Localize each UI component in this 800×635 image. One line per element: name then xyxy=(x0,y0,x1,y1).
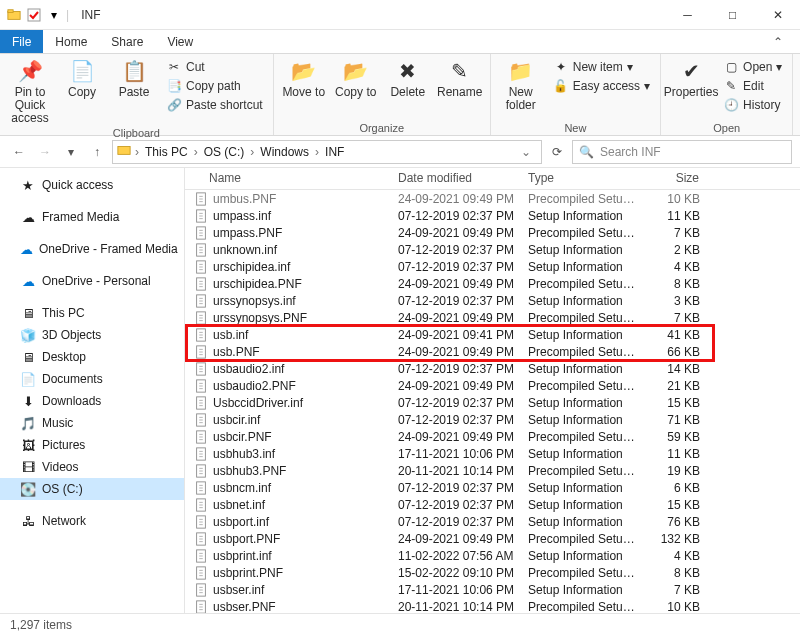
chevron-down-icon[interactable]: ▾ xyxy=(46,7,62,23)
column-size[interactable]: Size xyxy=(638,168,708,189)
edit-button[interactable]: ✎Edit xyxy=(719,77,786,95)
file-name: usbhub3.inf xyxy=(213,447,275,461)
nav-os-c[interactable]: 💽OS (C:) xyxy=(0,478,184,500)
breadcrumb[interactable]: Windows xyxy=(258,145,311,159)
file-row[interactable]: UsbccidDriver.inf07-12-2019 02:37 PMSetu… xyxy=(185,394,800,411)
file-row[interactable]: umbus.PNF24-09-2021 09:49 PMPrecompiled … xyxy=(185,190,800,207)
address-dropdown-button[interactable]: ⌄ xyxy=(515,145,537,159)
breadcrumb[interactable]: This PC xyxy=(143,145,190,159)
properties-button[interactable]: ✔Properties xyxy=(667,56,715,99)
file-row[interactable]: unknown.inf07-12-2019 02:37 PMSetup Info… xyxy=(185,241,800,258)
forward-button[interactable]: → xyxy=(34,140,56,164)
nav-desktop[interactable]: 🖥Desktop xyxy=(0,346,184,368)
close-button[interactable]: ✕ xyxy=(755,0,800,30)
refresh-button[interactable]: ⟳ xyxy=(546,140,568,164)
recent-locations-button[interactable]: ▾ xyxy=(60,140,82,164)
delete-button[interactable]: ✖Delete xyxy=(384,56,432,99)
file-row[interactable]: usbser.PNF20-11-2021 10:14 PMPrecompiled… xyxy=(185,598,800,613)
chevron-right-icon[interactable]: › xyxy=(192,145,200,159)
column-type[interactable]: Type xyxy=(520,168,638,189)
file-row[interactable]: usbprint.PNF15-02-2022 09:10 PMPrecompil… xyxy=(185,564,800,581)
nav-quick-access[interactable]: ★Quick access xyxy=(0,174,184,196)
file-row[interactable]: umpass.inf07-12-2019 02:37 PMSetup Infor… xyxy=(185,207,800,224)
nav-downloads[interactable]: ⬇Downloads xyxy=(0,390,184,412)
easy-access-button[interactable]: 🔓Easy access▾ xyxy=(549,77,654,95)
nav-3d-objects[interactable]: 🧊3D Objects xyxy=(0,324,184,346)
file-row[interactable]: usbcir.inf07-12-2019 02:37 PMSetup Infor… xyxy=(185,411,800,428)
file-row[interactable]: usbnet.inf07-12-2019 02:37 PMSetup Infor… xyxy=(185,496,800,513)
nav-onedrive-framed[interactable]: ☁OneDrive - Framed Media xyxy=(0,238,184,260)
file-row[interactable]: urssynopsys.inf07-12-2019 02:37 PMSetup … xyxy=(185,292,800,309)
qat-checkbox-icon[interactable] xyxy=(26,7,42,23)
breadcrumb[interactable]: INF xyxy=(323,145,346,159)
maximize-button[interactable]: □ xyxy=(710,0,755,30)
copy-to-icon: 📂 xyxy=(343,58,369,84)
file-size: 71 KB xyxy=(638,413,708,427)
file-date: 07-12-2019 02:37 PM xyxy=(390,413,520,427)
pin-quick-access-button[interactable]: 📌Pin to Quick access xyxy=(6,56,54,126)
new-item-button[interactable]: ✦New item▾ xyxy=(549,58,654,76)
nav-music[interactable]: 🎵Music xyxy=(0,412,184,434)
file-row[interactable]: usbaudio2.PNF24-09-2021 09:49 PMPrecompi… xyxy=(185,377,800,394)
open-button[interactable]: ▢Open▾ xyxy=(719,58,786,76)
file-row[interactable]: usb.PNF24-09-2021 09:49 PMPrecompiled Se… xyxy=(185,343,800,360)
file-date: 07-12-2019 02:37 PM xyxy=(390,243,520,257)
file-row[interactable]: usbport.PNF24-09-2021 09:49 PMPrecompile… xyxy=(185,530,800,547)
collapse-ribbon-button[interactable]: ⌃ xyxy=(756,30,800,53)
file-row[interactable]: urschipidea.PNF24-09-2021 09:49 PMPrecom… xyxy=(185,275,800,292)
svg-rect-1 xyxy=(8,9,13,12)
minimize-button[interactable]: ─ xyxy=(665,0,710,30)
search-box[interactable]: 🔍 Search INF xyxy=(572,140,792,164)
file-row[interactable]: urschipidea.inf07-12-2019 02:37 PMSetup … xyxy=(185,258,800,275)
file-row[interactable]: usbncm.inf07-12-2019 02:37 PMSetup Infor… xyxy=(185,479,800,496)
chevron-right-icon[interactable]: › xyxy=(313,145,321,159)
move-to-button[interactable]: 📂Move to xyxy=(280,56,328,99)
nav-framed-media[interactable]: ☁Framed Media xyxy=(0,206,184,228)
svg-rect-2 xyxy=(28,9,40,21)
nav-this-pc[interactable]: 🖥This PC xyxy=(0,302,184,324)
file-row[interactable]: usbhub3.PNF20-11-2021 10:14 PMPrecompile… xyxy=(185,462,800,479)
nav-network[interactable]: 🖧Network xyxy=(0,510,184,532)
chevron-right-icon[interactable]: › xyxy=(133,145,141,159)
cube-icon: 🧊 xyxy=(20,327,36,343)
file-size: 76 KB xyxy=(638,515,708,529)
nav-pictures[interactable]: 🖼Pictures xyxy=(0,434,184,456)
new-folder-button[interactable]: 📁New folder xyxy=(497,56,545,112)
file-row[interactable]: usbport.inf07-12-2019 02:37 PMSetup Info… xyxy=(185,513,800,530)
nav-documents[interactable]: 📄Documents xyxy=(0,368,184,390)
file-date: 20-11-2021 10:14 PM xyxy=(390,600,520,614)
search-placeholder: Search INF xyxy=(600,145,661,159)
column-date[interactable]: Date modified xyxy=(390,168,520,189)
file-row[interactable]: urssynopsys.PNF24-09-2021 09:49 PMPrecom… xyxy=(185,309,800,326)
file-icon xyxy=(193,395,209,411)
file-row[interactable]: usb.inf24-09-2021 09:41 PMSetup Informat… xyxy=(185,326,800,343)
history-button[interactable]: 🕘History xyxy=(719,96,786,114)
desktop-icon: 🖥 xyxy=(20,349,36,365)
copy-to-button[interactable]: 📂Copy to xyxy=(332,56,380,99)
tab-share[interactable]: Share xyxy=(99,30,155,53)
file-row[interactable]: usbprint.inf11-02-2022 07:56 AMSetup Inf… xyxy=(185,547,800,564)
paste-shortcut-button[interactable]: 🔗Paste shortcut xyxy=(162,96,267,114)
rename-button[interactable]: ✎Rename xyxy=(436,56,484,99)
nav-videos[interactable]: 🎞Videos xyxy=(0,456,184,478)
cut-button[interactable]: ✂Cut xyxy=(162,58,267,76)
file-row[interactable]: usbcir.PNF24-09-2021 09:49 PMPrecompiled… xyxy=(185,428,800,445)
file-row[interactable]: usbaudio2.inf07-12-2019 02:37 PMSetup In… xyxy=(185,360,800,377)
chevron-right-icon[interactable]: › xyxy=(248,145,256,159)
file-row[interactable]: usbser.inf17-11-2021 10:06 PMSetup Infor… xyxy=(185,581,800,598)
up-button[interactable]: ↑ xyxy=(86,140,108,164)
back-button[interactable]: ← xyxy=(8,140,30,164)
tab-view[interactable]: View xyxy=(155,30,205,53)
breadcrumb[interactable]: OS (C:) xyxy=(202,145,247,159)
file-row[interactable]: umpass.PNF24-09-2021 09:49 PMPrecompiled… xyxy=(185,224,800,241)
address-bar[interactable]: › This PC › OS (C:) › Windows › INF ⌄ xyxy=(112,140,542,164)
copy-button[interactable]: 📄Copy xyxy=(58,56,106,99)
file-row[interactable]: usbhub3.inf17-11-2021 10:06 PMSetup Info… xyxy=(185,445,800,462)
item-count: 1,297 items xyxy=(10,618,72,632)
copy-path-button[interactable]: 📑Copy path xyxy=(162,77,267,95)
paste-button[interactable]: 📋Paste xyxy=(110,56,158,99)
nav-onedrive-personal[interactable]: ☁OneDrive - Personal xyxy=(0,270,184,292)
tab-file[interactable]: File xyxy=(0,30,43,53)
tab-home[interactable]: Home xyxy=(43,30,99,53)
column-name[interactable]: Name xyxy=(185,168,390,189)
